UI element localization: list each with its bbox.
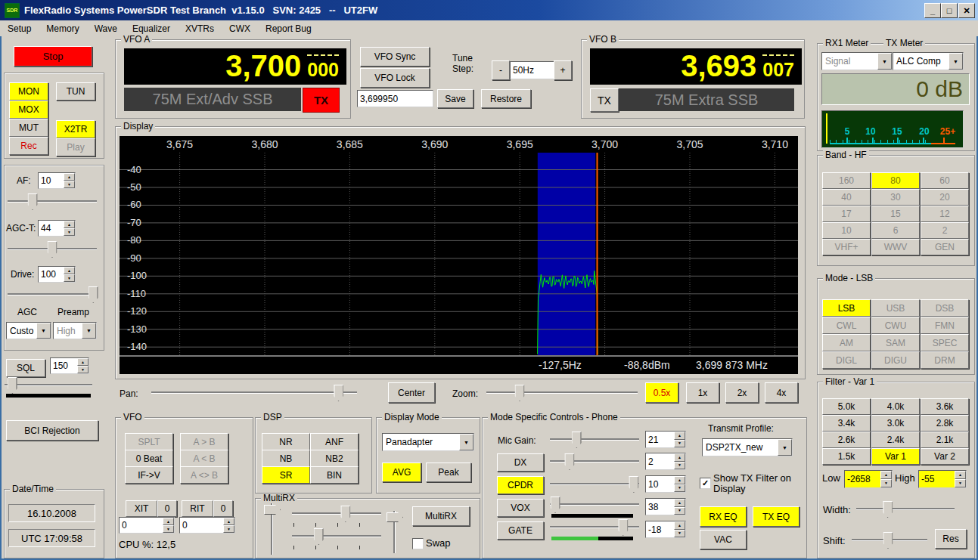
slider-thumb[interactable]	[334, 385, 343, 401]
vfo-lock-button[interactable]: VFO Lock	[360, 68, 430, 88]
rit-button[interactable]: RIT	[182, 500, 213, 517]
sql-button[interactable]: SQL	[6, 359, 45, 377]
band-20-button[interactable]: 20	[921, 189, 969, 206]
tune-step-minus-button[interactable]: -	[492, 60, 510, 80]
menu-wave[interactable]: Wave	[87, 21, 125, 36]
agct-slider[interactable]	[8, 240, 97, 257]
close-icon[interactable]: ✕	[958, 3, 975, 18]
mode-drm-button[interactable]: DRM	[921, 351, 969, 369]
tx-meter-select[interactable]: ALC Comp ▼	[893, 52, 964, 70]
cpdr-slider[interactable]	[550, 475, 639, 492]
nr-button[interactable]: NR	[262, 433, 310, 450]
mode-fmn-button[interactable]: FMN	[921, 317, 969, 334]
rit-spinner[interactable]: 0 ▲▼	[179, 517, 235, 534]
memory-frequency-input[interactable]: 3,699950	[357, 90, 433, 107]
menu-memory[interactable]: Memory	[39, 21, 86, 36]
slider-thumb[interactable]	[572, 432, 582, 448]
filter-3.0k-button[interactable]: 3.0k	[871, 415, 920, 432]
af-spinner[interactable]: 10 ▲▼	[38, 172, 76, 189]
slider-thumb[interactable]	[48, 241, 57, 258]
mode-cwl-button[interactable]: CWL	[822, 317, 871, 334]
bci-rejection-button[interactable]: BCI Rejection	[6, 420, 98, 441]
menu-report-bug[interactable]: Report Bug	[258, 21, 319, 36]
gate-button[interactable]: GATE	[497, 521, 544, 540]
filter-var1-button[interactable]: Var 1	[871, 448, 920, 465]
menu-setup[interactable]: Setup	[0, 21, 39, 36]
slider-thumb[interactable]	[88, 286, 98, 303]
dx-button[interactable]: DX	[497, 453, 544, 472]
sql-spinner[interactable]: 150 ▲▼	[50, 357, 89, 374]
slider-thumb[interactable]	[340, 506, 350, 522]
chevron-down-icon[interactable]: ▼	[36, 323, 51, 339]
band-40-button[interactable]: 40	[822, 189, 871, 206]
play-button[interactable]: Play	[56, 138, 95, 156]
vfo-a-frequency-display[interactable]: 3,700 000	[124, 48, 346, 85]
filter-2.4k-button[interactable]: 2.4k	[871, 432, 920, 448]
tune-step-plus-button[interactable]: +	[554, 60, 572, 80]
menu-cwx[interactable]: CWX	[222, 21, 258, 36]
mode-cwu-button[interactable]: CWU	[871, 317, 920, 334]
chevron-down-icon[interactable]: ▼	[949, 53, 963, 70]
gate-spinner[interactable]: -18 ▲▼	[645, 521, 686, 538]
restore-button[interactable]: Restore	[481, 89, 531, 108]
zoom-4x-button[interactable]: 4x	[765, 382, 798, 403]
cpdr-spinner[interactable]: 10 ▲▼	[645, 475, 686, 493]
filter-5.0k-button[interactable]: 5.0k	[822, 398, 871, 415]
nb-button[interactable]: NB	[262, 450, 310, 467]
filter-shift-slider[interactable]	[852, 531, 927, 548]
rx-eq-button[interactable]: RX EQ	[700, 506, 747, 527]
filter-3.6k-button[interactable]: 3.6k	[921, 398, 969, 415]
filter-low-spinner[interactable]: -2658 ▲▼	[844, 470, 893, 488]
tx-eq-button[interactable]: TX EQ	[753, 506, 799, 527]
a-to-b-button[interactable]: A > B	[180, 433, 228, 450]
vox-spinner[interactable]: 38 ▲▼	[645, 498, 686, 515]
tun-button[interactable]: TUN	[56, 82, 95, 101]
drive-spinner[interactable]: 100 ▲▼	[38, 266, 76, 283]
menu-xvtrs[interactable]: XVTRs	[178, 21, 222, 36]
show-tx-filter-checkbox[interactable]: ✓	[700, 478, 711, 489]
mox-button[interactable]: MOX	[9, 101, 48, 119]
vfo-sync-button[interactable]: VFO Sync	[360, 47, 430, 67]
band-60-button[interactable]: 60	[921, 172, 969, 189]
multirx-button[interactable]: MultiRX	[412, 506, 470, 526]
filter-var2-button[interactable]: Var 2	[921, 448, 969, 465]
center-button[interactable]: Center	[388, 382, 435, 403]
dx-spinner[interactable]: 2 ▲▼	[645, 453, 686, 470]
band-10-button[interactable]: 10	[822, 222, 871, 239]
mon-button[interactable]: MON	[9, 82, 48, 101]
sr-button[interactable]: SR	[262, 466, 310, 484]
slider-thumb[interactable]	[264, 505, 281, 515]
rit-clear-button[interactable]: 0	[213, 500, 233, 517]
band-gen-button[interactable]: GEN	[921, 239, 969, 255]
band-wwv-button[interactable]: WWV	[871, 239, 920, 255]
multirx-pan-vslider[interactable]	[263, 503, 280, 555]
spectrum-plot[interactable]	[120, 153, 798, 355]
multirx-pan2-slider[interactable]	[292, 528, 381, 544]
chevron-down-icon[interactable]: ▼	[459, 434, 473, 450]
filter-2.8k-button[interactable]: 2.8k	[921, 415, 969, 432]
xit-clear-button[interactable]: 0	[157, 500, 177, 517]
mode-sam-button[interactable]: SAM	[871, 334, 920, 351]
slider-thumb[interactable]	[564, 453, 574, 470]
band-80-button[interactable]: 80	[871, 172, 920, 189]
vox-button[interactable]: VOX	[497, 499, 544, 517]
rx1-meter-select[interactable]: Signal ▼	[821, 52, 893, 70]
mode-usb-button[interactable]: USB	[871, 299, 920, 317]
mic-gain-spinner[interactable]: 21 ▲▼	[645, 431, 686, 448]
chevron-down-icon[interactable]: ▼	[877, 53, 892, 70]
zoom-slider[interactable]	[486, 384, 638, 401]
filter-2.6k-button[interactable]: 2.6k	[822, 432, 871, 448]
transmit-profile-select[interactable]: DSP2TX_new ▼	[702, 438, 793, 456]
band-30-button[interactable]: 30	[871, 189, 920, 206]
zoom-1x-button[interactable]: 1x	[686, 382, 719, 403]
zero-beat-button[interactable]: 0 Beat	[125, 450, 173, 467]
maximize-icon[interactable]: □	[941, 3, 958, 18]
slider-thumb[interactable]	[618, 519, 628, 536]
chevron-down-icon[interactable]: ▼	[82, 323, 96, 339]
mode-dsb-button[interactable]: DSB	[921, 299, 969, 317]
swap-checkbox[interactable]	[412, 538, 424, 549]
display-mode-select[interactable]: Panadapter ▼	[382, 433, 474, 451]
filter-1.5k-button[interactable]: 1.5k	[822, 448, 871, 465]
a-swap-b-button[interactable]: A <> B	[180, 466, 228, 484]
slider-thumb[interactable]	[883, 501, 893, 518]
